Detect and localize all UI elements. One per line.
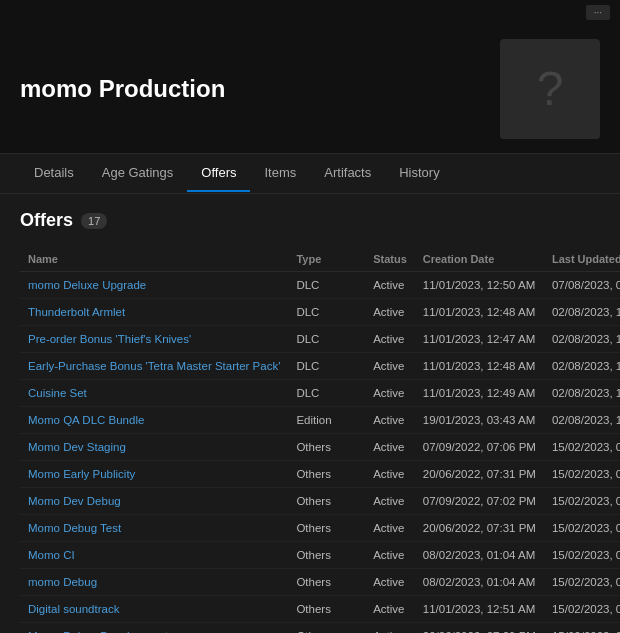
top-bar: ···	[0, 0, 620, 24]
tab-history[interactable]: History	[385, 155, 453, 192]
col-header-status: Status	[365, 247, 415, 272]
placeholder-icon: ?	[537, 61, 564, 116]
offer-status: Active	[365, 272, 415, 299]
col-header-type: Type	[288, 247, 365, 272]
offer-creation-date: 11/01/2023, 12:48 AM	[415, 299, 544, 326]
tab-items[interactable]: Items	[250, 155, 310, 192]
table-row: Pre-order Bonus 'Thief's Knives'DLCActiv…	[20, 326, 620, 353]
col-header-updated: Last Updated Date	[544, 247, 620, 272]
offer-name-link[interactable]: Cuisine Set	[28, 387, 87, 399]
table-row: Thunderbolt ArmletDLCActive11/01/2023, 1…	[20, 299, 620, 326]
offer-creation-date: 20/06/2022, 07:31 PM	[415, 515, 544, 542]
offer-updated-date: 15/02/2023, 03:59 AM	[544, 623, 620, 634]
table-row: Momo QA DLC BundleEditionActive19/01/202…	[20, 407, 620, 434]
offer-type: Others	[288, 461, 365, 488]
offer-updated-date: 02/08/2023, 10:30 AM	[544, 326, 620, 353]
content-area: Offers 17 Name Type Status Creation Date…	[0, 194, 620, 633]
page-title: momo Production	[20, 75, 225, 103]
offer-name-link[interactable]: momo Deluxe Upgrade	[28, 279, 146, 291]
offer-type: Others	[288, 515, 365, 542]
table-row: Momo Debug TestOthersActive20/06/2022, 0…	[20, 515, 620, 542]
offer-type: DLC	[288, 299, 365, 326]
table-header-row: Name Type Status Creation Date Last Upda…	[20, 247, 620, 272]
table-row: Momo Debug DevelopmentOthersActive20/06/…	[20, 623, 620, 634]
offer-status: Active	[365, 569, 415, 596]
header-image: ?	[500, 39, 600, 139]
offer-name-link[interactable]: Pre-order Bonus 'Thief's Knives'	[28, 333, 191, 345]
col-header-creation: Creation Date	[415, 247, 544, 272]
top-bar-btn-1[interactable]: ···	[586, 5, 610, 20]
offer-creation-date: 08/02/2023, 01:04 AM	[415, 569, 544, 596]
offer-creation-date: 20/06/2022, 07:31 PM	[415, 461, 544, 488]
offer-updated-date: 02/08/2023, 10:30 AM	[544, 407, 620, 434]
offer-name-link[interactable]: Momo Dev Debug	[28, 495, 121, 507]
table-row: Cuisine SetDLCActive11/01/2023, 12:49 AM…	[20, 380, 620, 407]
offer-status: Active	[365, 542, 415, 569]
offer-type: Others	[288, 569, 365, 596]
table-row: Momo Early PublicityOthersActive20/06/20…	[20, 461, 620, 488]
offer-type: DLC	[288, 353, 365, 380]
offer-updated-date: 15/02/2023, 04:02 AM	[544, 488, 620, 515]
table-row: Momo Dev StagingOthersActive07/09/2022, …	[20, 434, 620, 461]
table-row: Early-Purchase Bonus 'Tetra Master Start…	[20, 353, 620, 380]
offers-heading: Offers 17	[20, 210, 600, 231]
offer-type: DLC	[288, 380, 365, 407]
offer-status: Active	[365, 299, 415, 326]
offer-name-link[interactable]: Momo Debug Test	[28, 522, 121, 534]
offer-creation-date: 20/06/2022, 07:29 PM	[415, 623, 544, 634]
offer-name-link[interactable]: Thunderbolt Armlet	[28, 306, 125, 318]
offer-creation-date: 11/01/2023, 12:49 AM	[415, 380, 544, 407]
offer-creation-date: 08/02/2023, 01:04 AM	[415, 542, 544, 569]
offer-name-link[interactable]: Momo QA DLC Bundle	[28, 414, 144, 426]
table-row: Momo CIOthersActive08/02/2023, 01:04 AM1…	[20, 542, 620, 569]
offer-type: Others	[288, 542, 365, 569]
offer-updated-date: 15/02/2023, 04:03 AM	[544, 434, 620, 461]
tab-details[interactable]: Details	[20, 155, 88, 192]
offer-type: Others	[288, 434, 365, 461]
offer-status: Active	[365, 515, 415, 542]
offer-type: Edition	[288, 407, 365, 434]
offers-table: Name Type Status Creation Date Last Upda…	[20, 247, 620, 633]
tab-artifacts[interactable]: Artifacts	[310, 155, 385, 192]
offer-updated-date: 15/02/2023, 04:02 AM	[544, 515, 620, 542]
offer-updated-date: 15/02/2023, 04:02 AM	[544, 542, 620, 569]
table-row: Digital soundtrackOthersActive11/01/2023…	[20, 596, 620, 623]
tab-age-gatings[interactable]: Age Gatings	[88, 155, 188, 192]
offer-status: Active	[365, 353, 415, 380]
offer-updated-date: 02/08/2023, 10:30 AM	[544, 299, 620, 326]
offer-creation-date: 19/01/2023, 03:43 AM	[415, 407, 544, 434]
nav-tabs: Details Age Gatings Offers Items Artifac…	[0, 154, 620, 194]
offer-creation-date: 07/09/2022, 07:02 PM	[415, 488, 544, 515]
offer-name-link[interactable]: Momo Dev Staging	[28, 441, 126, 453]
offer-type: Others	[288, 623, 365, 634]
offer-name-link[interactable]: Momo Early Publicity	[28, 468, 135, 480]
offer-name-link[interactable]: Early-Purchase Bonus 'Tetra Master Start…	[28, 360, 280, 372]
offer-creation-date: 07/09/2022, 07:06 PM	[415, 434, 544, 461]
table-row: Momo Dev DebugOthersActive07/09/2022, 07…	[20, 488, 620, 515]
offer-status: Active	[365, 596, 415, 623]
offer-status: Active	[365, 623, 415, 634]
offer-creation-date: 11/01/2023, 12:48 AM	[415, 353, 544, 380]
offer-updated-date: 02/08/2023, 10:30 AM	[544, 353, 620, 380]
header: momo Production ?	[0, 24, 620, 154]
offer-creation-date: 11/01/2023, 12:51 AM	[415, 596, 544, 623]
table-row: momo DebugOthersActive08/02/2023, 01:04 …	[20, 569, 620, 596]
table-row: momo Deluxe UpgradeDLCActive11/01/2023, …	[20, 272, 620, 299]
offer-name-link[interactable]: Digital soundtrack	[28, 603, 119, 615]
offer-status: Active	[365, 407, 415, 434]
offer-updated-date: 15/02/2023, 04:00 AM	[544, 596, 620, 623]
offer-updated-date: 15/02/2023, 04:02 AM	[544, 461, 620, 488]
offer-status: Active	[365, 326, 415, 353]
offer-name-link[interactable]: Momo CI	[28, 549, 75, 561]
offers-count-badge: 17	[81, 213, 107, 229]
tab-offers[interactable]: Offers	[187, 155, 250, 192]
offer-updated-date: 15/02/2023, 04:01 AM	[544, 569, 620, 596]
offer-updated-date: 02/08/2023, 10:30 AM	[544, 380, 620, 407]
offer-status: Active	[365, 461, 415, 488]
offer-creation-date: 11/01/2023, 12:50 AM	[415, 272, 544, 299]
offer-name-link[interactable]: momo Debug	[28, 576, 97, 588]
offer-type: Others	[288, 488, 365, 515]
offer-status: Active	[365, 434, 415, 461]
offer-type: Others	[288, 596, 365, 623]
offer-creation-date: 11/01/2023, 12:47 AM	[415, 326, 544, 353]
